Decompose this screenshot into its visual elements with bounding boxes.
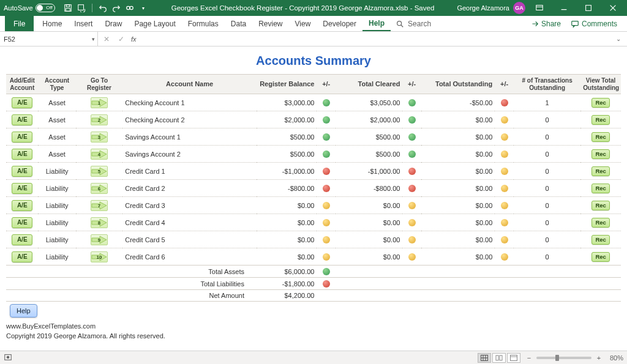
th-pm2: +/-: [402, 75, 421, 94]
status-dot-red: [408, 185, 416, 192]
rec-button[interactable]: Rec: [591, 132, 610, 142]
rec-button[interactable]: Rec: [591, 252, 610, 262]
rec-button[interactable]: Rec: [591, 218, 610, 228]
add-edit-button[interactable]: A/E: [12, 97, 32, 108]
tab-formulas[interactable]: Formulas: [182, 16, 225, 31]
add-edit-button[interactable]: A/E: [12, 234, 32, 245]
cell-outstanding: $0.00: [421, 248, 495, 266]
view-page-break-icon[interactable]: [507, 353, 520, 363]
goto-register-button[interactable]: 10: [91, 251, 108, 262]
th-goto: Go To Register: [76, 75, 123, 94]
close-icon[interactable]: [603, 1, 623, 15]
tab-developer[interactable]: Developer: [317, 16, 362, 31]
rec-button[interactable]: Rec: [591, 184, 610, 193]
save-sync-icon[interactable]: [76, 2, 87, 13]
add-edit-button[interactable]: A/E: [12, 183, 32, 194]
svg-rect-20: [496, 355, 498, 360]
goto-register-button[interactable]: 9: [91, 234, 108, 245]
status-dot-green: [323, 133, 330, 141]
minimize-icon[interactable]: [554, 1, 574, 15]
worksheet[interactable]: Accounts Summary Add/Edit Account Accoun…: [0, 46, 627, 351]
chevron-down-icon[interactable]: ▾: [92, 36, 95, 42]
avatar: GA: [513, 2, 525, 14]
tab-review[interactable]: Review: [252, 16, 288, 31]
link-icon[interactable]: [124, 2, 135, 13]
tab-file[interactable]: File: [5, 16, 34, 31]
cell-trans: 0: [514, 163, 580, 180]
view-page-layout-icon[interactable]: [492, 353, 506, 363]
save-icon[interactable]: [62, 2, 73, 13]
rec-button[interactable]: Rec: [591, 98, 610, 108]
add-edit-button[interactable]: A/E: [12, 251, 32, 262]
goto-register-button[interactable]: 5: [91, 166, 108, 177]
share-button[interactable]: Share: [525, 16, 566, 31]
redo-icon[interactable]: [111, 2, 122, 13]
table-row: A/ELiability6Credit Card 2-$800.00-$800.…: [6, 180, 621, 197]
svg-point-11: [397, 21, 402, 25]
help-button[interactable]: Help: [10, 304, 37, 318]
tab-home[interactable]: Home: [36, 16, 68, 31]
cancel-formula-icon[interactable]: ✕: [102, 35, 111, 43]
cell-type: Asset: [38, 94, 75, 111]
cell-type: Asset: [38, 146, 75, 163]
cell-reg-balance: $500.00: [257, 146, 317, 163]
qat-dropdown-icon[interactable]: ▾: [138, 2, 149, 13]
add-edit-button[interactable]: A/E: [12, 200, 32, 211]
undo-icon[interactable]: [97, 2, 108, 13]
rec-button[interactable]: Rec: [591, 166, 610, 176]
tab-insert[interactable]: Insert: [68, 16, 99, 31]
record-macro-icon[interactable]: [4, 353, 12, 363]
zoom-level[interactable]: 80%: [610, 354, 623, 362]
name-box[interactable]: F52 ▾: [0, 32, 98, 46]
zoom-slider[interactable]: [536, 357, 591, 359]
status-dot-yellow: [501, 116, 508, 124]
comments-button[interactable]: Comments: [566, 16, 622, 31]
fx-icon[interactable]: fx: [131, 35, 137, 43]
totals-row: Total Assets$6,000.00: [6, 266, 621, 278]
tab-view[interactable]: View: [289, 16, 317, 31]
footer-copyright: Copyright 2019 George Alzamora. All righ…: [6, 331, 621, 341]
goto-register-button[interactable]: 4: [91, 149, 108, 160]
cell-cleared: $0.00: [336, 214, 402, 231]
autosave-toggle[interactable]: AutoSave Off: [4, 4, 55, 12]
maximize-icon[interactable]: [578, 1, 599, 15]
document-title: Georges Excel Checkbook Register - Copyr…: [149, 4, 457, 12]
add-edit-button[interactable]: A/E: [12, 149, 32, 160]
svg-rect-22: [510, 355, 517, 360]
goto-register-button[interactable]: 3: [91, 132, 108, 143]
rec-button[interactable]: Rec: [591, 235, 610, 245]
cell-cleared: $0.00: [336, 248, 402, 266]
tell-me-search[interactable]: Search: [391, 16, 436, 31]
user-account[interactable]: George Alzamora GA: [457, 2, 525, 14]
toggle-off-icon[interactable]: Off: [36, 4, 55, 12]
rec-button[interactable]: Rec: [591, 201, 610, 210]
tab-page-layout[interactable]: Page Layout: [128, 16, 181, 31]
goto-register-button[interactable]: 2: [91, 114, 108, 125]
tab-data[interactable]: Data: [225, 16, 252, 31]
ribbon-display-icon[interactable]: [529, 1, 550, 15]
ribbon: FileHomeInsertDrawPage LayoutFormulasDat…: [0, 16, 627, 32]
page-title: Accounts Summary: [6, 50, 621, 74]
rec-button[interactable]: Rec: [591, 149, 610, 159]
view-normal-icon[interactable]: [478, 353, 491, 363]
status-dot-red: [323, 168, 330, 175]
goto-register-button[interactable]: 8: [91, 217, 108, 228]
add-edit-button[interactable]: A/E: [12, 217, 32, 228]
tab-help[interactable]: Help: [362, 16, 391, 31]
expand-formula-icon[interactable]: ⌄: [616, 35, 623, 42]
zoom-in-button[interactable]: +: [595, 354, 603, 362]
add-edit-button[interactable]: A/E: [12, 132, 32, 143]
cell-trans: 0: [514, 248, 580, 266]
enter-formula-icon[interactable]: ✓: [116, 35, 126, 43]
goto-register-button[interactable]: 6: [91, 183, 108, 194]
cell-trans: 0: [514, 231, 580, 248]
add-edit-button[interactable]: A/E: [12, 166, 32, 177]
rec-button[interactable]: Rec: [591, 115, 610, 125]
goto-register-button[interactable]: 7: [91, 200, 108, 211]
totals-label: Net Amount: [122, 290, 257, 302]
cell-outstanding: $0.00: [421, 180, 495, 197]
goto-register-button[interactable]: 1: [91, 97, 108, 108]
tab-draw[interactable]: Draw: [99, 16, 128, 31]
add-edit-button[interactable]: A/E: [12, 114, 32, 125]
zoom-out-button[interactable]: −: [525, 354, 533, 362]
